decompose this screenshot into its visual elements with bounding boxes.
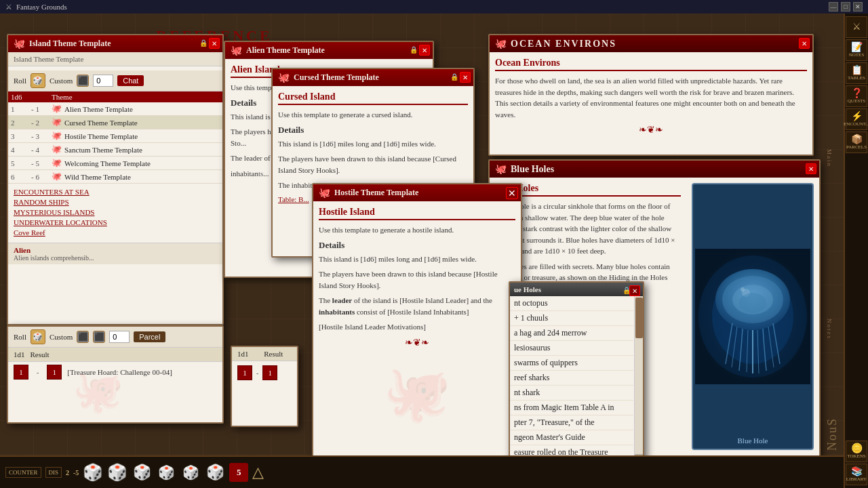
list-item[interactable]: swarms of quippers [510, 356, 633, 371]
die-d10[interactable]: 🎲 [180, 462, 201, 483]
blue-holes-body1: A blue hole is a circular sinkhole that … [495, 201, 681, 257]
result-col: Result [264, 350, 283, 358]
list-item[interactable]: nt shark [510, 386, 633, 401]
die-d8[interactable]: 🎲 [205, 462, 225, 483]
link-cove-reef[interactable]: Cove Reef [14, 228, 217, 237]
link-mysterious-islands[interactable]: MYSTERIOUS ISLANDS [14, 208, 217, 216]
island-lock-icon: 🔒 [199, 39, 208, 47]
link-encounters-at-sea[interactable]: ENCOUNTERS AT SEA [14, 188, 217, 196]
list-item[interactable]: a hag and 2d4 merrow [510, 326, 633, 341]
list-scrollbar[interactable]: ▶ [634, 296, 643, 463]
roll-value-2: 1 [47, 365, 62, 380]
island-subtitle: Island Theme Template [8, 52, 222, 66]
tables-icon: 📋 [851, 65, 863, 75]
num-2: 2 [66, 469, 69, 476]
svg-point-8 [739, 293, 766, 313]
tokens-label-btn: TOKENS [847, 454, 865, 460]
blue-holes-sub-panel: ue Holes 🔒 ✕ nt octopus + 1 chuuls a hag… [509, 281, 644, 464]
col2-header [31, 93, 52, 101]
blue-holes-close-btn[interactable]: ✕ [806, 163, 816, 174]
counter-badge: COUNTER [5, 467, 41, 478]
alien-close-btn[interactable]: ✕ [419, 45, 430, 56]
right-die-result: 1 - 1 [232, 361, 297, 384]
library-sidebar-btn[interactable]: 📚 LIBRARY [846, 464, 867, 485]
die-d6-red[interactable]: 5 [229, 463, 248, 482]
die-pyramid[interactable]: △ [252, 464, 264, 481]
ocean-close-btn[interactable]: ✕ [799, 38, 810, 49]
roll-die-btn[interactable]: 🎲 [31, 73, 45, 88]
tokens-sidebar-btn[interactable]: 🪙 TOKENS [846, 441, 867, 462]
list-item[interactable]: nt octopus [510, 296, 633, 311]
roll-label: Roll [14, 77, 26, 85]
encounters-icon: ⚡ [851, 111, 863, 121]
app-title: Fantasy Grounds [16, 3, 67, 11]
list-item[interactable]: pter 7, "Treasure," of the [510, 415, 633, 430]
list-item[interactable]: reef sharks [510, 371, 633, 386]
notes-sidebar-btn[interactable]: 📝 NOTES [846, 39, 867, 61]
custom-die-btn[interactable]: ⬛ [77, 75, 89, 87]
maximize-btn[interactable]: □ [841, 2, 850, 12]
right-die-panel: 1d1 Result 1 - 1 [231, 346, 298, 427]
bottom-output-input[interactable] [109, 331, 130, 343]
cursed-close-btn[interactable]: ✕ [460, 72, 471, 83]
svg-point-7 [741, 287, 745, 291]
right-roll-1: 1 [237, 365, 252, 380]
table-row[interactable]: 3 - 3 🐙 Hostile Theme Template [8, 129, 222, 143]
library-icon: 📚 [851, 466, 863, 476]
minimize-btn[interactable]: — [829, 2, 838, 12]
quests-sidebar-btn[interactable]: ❓ QUESTS [846, 85, 867, 107]
parcel-btn[interactable]: Parcel [134, 331, 165, 342]
combat-sidebar-btn[interactable]: ⚔ [846, 16, 867, 38]
table-row[interactable]: 2 - 2 🐙 Cursed Theme Template [8, 116, 222, 129]
ocean-divider: ❧❦❧ [495, 124, 807, 136]
die-d20-2[interactable]: 🎲 [107, 462, 127, 483]
blue-holes-section-title: Blue Holes [495, 183, 681, 197]
list-item[interactable]: + 1 chuuls [510, 311, 633, 326]
close-btn[interactable]: ✕ [853, 2, 863, 12]
notes-label: Notes [826, 319, 833, 340]
list-item[interactable]: lesiosaurus [510, 341, 633, 356]
die-d20-1[interactable]: 🎲 [83, 462, 103, 483]
encounters-sidebar-btn[interactable]: ⚡ ENCOUNT... [846, 108, 867, 130]
library-label-btn: LIBRARY [846, 477, 867, 483]
table-row[interactable]: 1 - 1 🐙 Alien Theme Template [8, 102, 222, 116]
parcels-sidebar-btn[interactable]: 📦 PARCELS [846, 131, 867, 153]
bottom-custom-die[interactable]: ⬛ [77, 331, 89, 343]
list-item[interactable]: ns from Magic Item Table A in [510, 401, 633, 415]
table-row[interactable]: 4 - 4 🐙 Sanctum Theme Template [8, 143, 222, 157]
blue-holes-icon: 🐙 [495, 163, 507, 175]
bottom-roll-die[interactable]: 🎲 [31, 329, 45, 344]
cursed-detail1: This island is [1d6] miles long and [1d6… [278, 138, 468, 150]
alien-bottom: Alien Alien islands comprehensib... [8, 243, 222, 264]
bottom-bar: COUNTER DIS 2 -5 🎲 🎲 🎲 🎲 🎲 🎲 5 △ [0, 455, 844, 488]
right-die-header: 1d1 Result [232, 347, 297, 361]
table-row[interactable]: 6 - 6 🐙 Wild Theme Template [8, 170, 222, 184]
list-item[interactable]: ngeon Master's Guide [510, 430, 633, 445]
link-random-ships[interactable]: RANDOM SHIPS [14, 198, 217, 206]
bottom-left-panel: Roll 🎲 Custom ⬛ ⬛ Parcel 1d1 Result 1 - … [7, 325, 224, 424]
output-input[interactable] [93, 75, 113, 87]
ocean-content: Ocean Environs For those who dwell on la… [490, 52, 812, 145]
roll-value-1: 1 [14, 365, 28, 380]
ocean-body: For those who dwell on land, the sea is … [495, 75, 807, 120]
nous-label: NouS [825, 418, 840, 451]
tables-sidebar-btn[interactable]: 📋 TABLES [846, 62, 867, 84]
link-underwater-locations[interactable]: UNDERWATER LOCATIONS [14, 218, 217, 226]
custom-label: Custom [50, 77, 73, 85]
table-row[interactable]: 5 - 5 🐙 Welcoming Theme Template [8, 157, 222, 170]
hostile-close-btn[interactable]: ✕ [506, 187, 518, 199]
island-panel-title: Island Theme Template [29, 39, 217, 49]
island-close-btn[interactable]: ✕ [209, 38, 220, 49]
die-d20-3[interactable]: 🎲 [132, 462, 152, 483]
island-template-panel: 🐙 Island Theme Template 🔒 ✕ Island Theme… [7, 34, 224, 325]
bh-sub-close[interactable]: ✕ [629, 285, 640, 296]
alien-header-icon: 🐙 [231, 45, 242, 56]
hostile-divider: ❧❦❧ [319, 337, 515, 348]
chat-btn[interactable]: Chat [117, 75, 144, 86]
die-d12[interactable]: 🎲 [156, 462, 176, 483]
bh-list[interactable]: nt octopus + 1 chuuls a hag and 2d4 merr… [510, 296, 643, 463]
bottom-die2[interactable]: ⬛ [93, 331, 105, 343]
island-roll-bar: Roll 🎲 Custom ⬛ Chat [8, 70, 222, 92]
cursed-detail2: The players have been drawn to this isla… [278, 153, 468, 176]
blue-hole-image: Blue Hole [692, 183, 814, 450]
